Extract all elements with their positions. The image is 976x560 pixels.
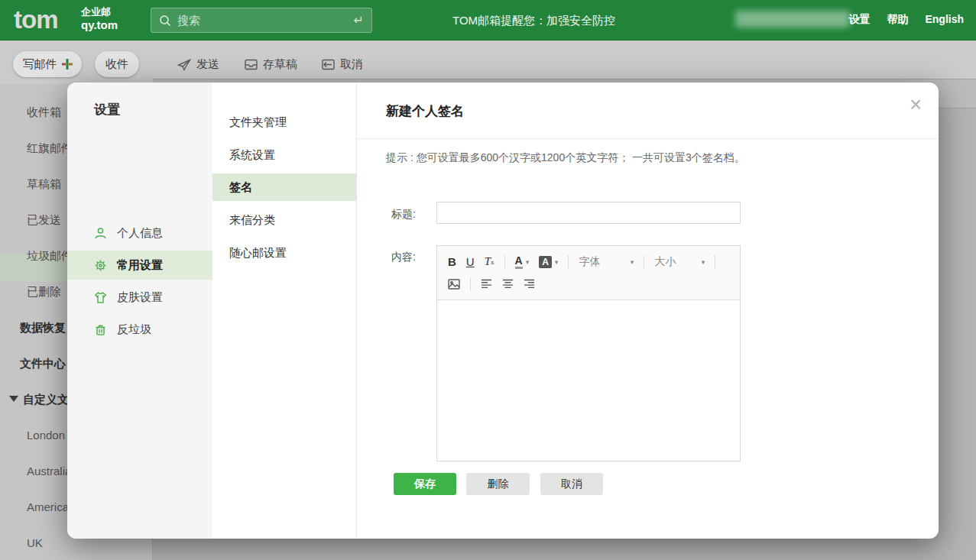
user-icon — [94, 227, 107, 240]
panel-divider — [357, 138, 939, 139]
subnav-signature[interactable]: 签名 — [212, 173, 356, 201]
brand-line2: qy.tom — [81, 18, 118, 33]
user-account-blurred[interactable] — [735, 11, 850, 28]
mail-toolbar: 写邮件 收件 发送 存草稿 取消 — [0, 40, 976, 84]
settings-modal: 设置 个人信息 常用设置 皮肤设置 — [67, 83, 939, 539]
help-link[interactable]: 帮助 — [887, 13, 908, 27]
signature-title-input[interactable] — [436, 202, 741, 224]
save-draft-label: 存草稿 — [263, 57, 297, 72]
sidebar-item-junk[interactable]: 垃圾邮件 — [27, 248, 73, 264]
chevron-down-icon: ▾ — [702, 258, 705, 266]
trash-icon — [94, 323, 107, 336]
settings-subnav-column: 文件夹管理 系统设置 签名 来信分类 随心邮设置 — [212, 83, 357, 539]
align-right-button[interactable] — [524, 279, 535, 289]
align-left-button[interactable] — [481, 279, 492, 289]
header-links: 设置 帮助 English — [848, 13, 964, 27]
align-center-icon — [502, 279, 514, 289]
sidebar-item-australia[interactable]: Australia — [27, 464, 71, 479]
chevron-down-icon: ▾ — [526, 258, 530, 266]
toolbar-separator — [470, 277, 471, 291]
nav-item-general-settings[interactable]: 常用设置 — [67, 251, 212, 280]
chevron-down-icon: ▾ — [631, 258, 634, 266]
send-plane-icon — [177, 59, 191, 71]
underline-icon[interactable]: U — [466, 255, 475, 268]
panel-title: 新建个人签名 — [386, 102, 464, 120]
title-label: 标题: — [391, 208, 416, 222]
settings-title: 设置 — [94, 101, 120, 118]
brand-line1: 企业邮 — [81, 6, 118, 18]
settings-link[interactable]: 设置 — [848, 13, 870, 27]
nav-label: 常用设置 — [117, 258, 163, 273]
save-button[interactable]: 保存 — [394, 473, 456, 495]
font-size-select[interactable]: 大小 ▾ — [654, 255, 705, 269]
receive-label: 收件 — [105, 57, 128, 72]
sidebar-item-deleted[interactable]: 已删除 — [27, 284, 61, 299]
draft-box-icon — [245, 59, 258, 70]
toolbar-separator — [568, 255, 569, 269]
settings-nav-column: 设置 个人信息 常用设置 皮肤设置 — [67, 83, 212, 539]
bold-icon[interactable]: B — [448, 255, 456, 268]
font-family-select[interactable]: 字体 ▾ — [579, 255, 634, 269]
sidebar-item-drafts[interactable]: 草稿箱 — [27, 176, 61, 192]
nav-item-anti-spam[interactable]: 反垃圾 — [67, 315, 212, 344]
collapse-arrow-icon[interactable] — [9, 396, 18, 402]
close-icon[interactable]: × — [910, 95, 922, 115]
cancel-compose-button[interactable]: 取消 — [322, 57, 363, 72]
sidebar-item-data-recovery[interactable]: 数据恢复 — [20, 320, 66, 335]
sidebar-item-file-center[interactable]: 文件中心 — [20, 356, 66, 371]
highlight-color-button[interactable]: A ▾ — [539, 256, 558, 268]
sidebar-item-uk[interactable]: UK — [27, 536, 43, 551]
chevron-down-icon: ▾ — [555, 258, 559, 266]
align-left-icon — [481, 279, 492, 289]
signature-tip: 提示 : 您可设置最多600个汉字或1200个英文字符； 一共可设置3个签名档。 — [386, 151, 745, 165]
nav-label: 反垃圾 — [117, 322, 151, 337]
subnav-suixin-mail[interactable]: 随心邮设置 — [212, 239, 356, 267]
clear-format-icon[interactable]: Tx — [485, 255, 494, 268]
signature-editor-body[interactable] — [437, 300, 740, 461]
shirt-icon — [94, 291, 107, 304]
cancel-button[interactable]: 取消 — [540, 473, 603, 495]
search-icon — [159, 15, 171, 27]
sidebar-item-flagged[interactable]: 红旗邮件 — [27, 141, 73, 156]
toolbar-separator — [715, 255, 715, 269]
nav-item-skin-settings[interactable]: 皮肤设置 — [67, 283, 212, 312]
language-link[interactable]: English — [925, 13, 964, 27]
security-notice: TOM邮箱提醒您：加强安全防控 — [452, 14, 615, 28]
receive-button[interactable]: 收件 — [95, 51, 139, 77]
search-input[interactable] — [177, 14, 348, 27]
highlight-color-icon: A — [539, 256, 552, 268]
tom-logo: tom — [14, 5, 58, 34]
align-right-icon — [524, 279, 535, 289]
signature-editor: B U Tx A ▾ A ▾ 字体 ▾ — [436, 245, 741, 461]
align-center-button[interactable] — [502, 279, 514, 289]
enter-icon: ↵ — [354, 13, 364, 28]
nav-item-personal-info[interactable]: 个人信息 — [67, 218, 212, 248]
send-button[interactable]: 发送 — [177, 57, 219, 72]
content-label: 内容: — [391, 251, 416, 264]
insert-image-button[interactable] — [448, 279, 460, 290]
sidebar-item-inbox[interactable]: 收件箱 — [27, 105, 61, 120]
compose-button[interactable]: 写邮件 — [13, 51, 82, 77]
delete-button[interactable]: 删除 — [466, 473, 530, 495]
save-draft-button[interactable]: 存草稿 — [245, 57, 297, 72]
toolbar-separator — [504, 255, 505, 269]
font-family-value: 字体 — [579, 255, 627, 269]
search-box[interactable]: ↵ — [151, 8, 372, 33]
signature-panel: 新建个人签名 × 提示 : 您可设置最多600个汉字或1200个英文字符； 一共… — [357, 83, 939, 539]
brand-block: 企业邮 qy.tom — [81, 6, 118, 33]
compose-label: 写邮件 — [23, 57, 57, 72]
image-icon — [448, 279, 460, 290]
panel-buttons: 保存 删除 取消 — [357, 473, 939, 495]
editor-toolbar: B U Tx A ▾ A ▾ 字体 ▾ — [437, 246, 740, 300]
gear-icon — [94, 259, 107, 272]
sidebar-item-sent[interactable]: 已发送 — [27, 212, 61, 228]
send-label: 发送 — [196, 57, 219, 72]
subnav-folder-management[interactable]: 文件夹管理 — [212, 108, 356, 136]
subnav-system-settings[interactable]: 系统设置 — [212, 141, 356, 169]
top-header: tom 企业邮 qy.tom ↵ TOM邮箱提醒您：加强安全防控 ▾ 设置 帮助… — [0, 0, 976, 40]
sidebar-item-london[interactable]: London — [27, 428, 65, 443]
cancel-compose-label: 取消 — [340, 57, 363, 72]
font-color-icon: A — [515, 255, 523, 269]
font-color-button[interactable]: A ▾ — [515, 255, 530, 269]
subnav-incoming-filter[interactable]: 来信分类 — [212, 206, 356, 234]
